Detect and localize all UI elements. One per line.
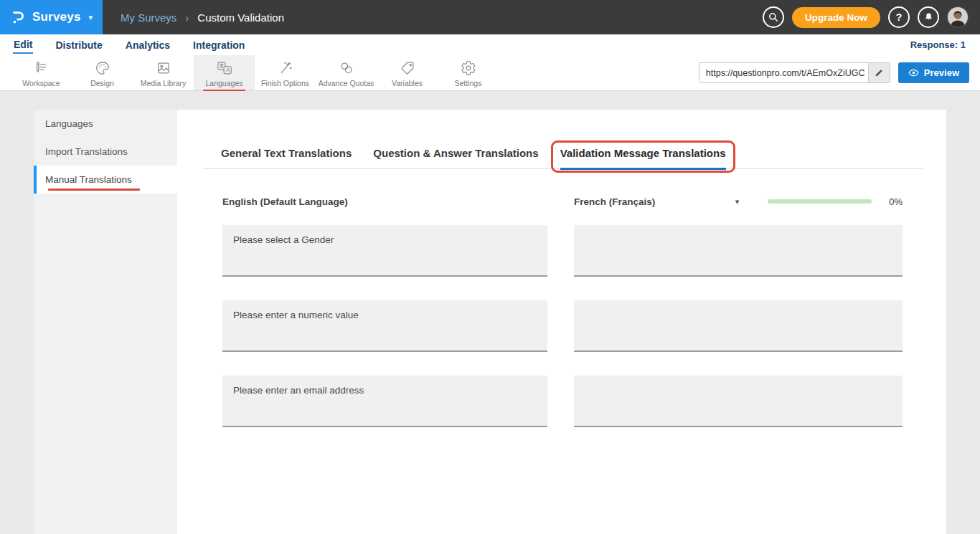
bell-icon — [923, 11, 934, 23]
sidebar-item-label: Manual Translations — [45, 174, 132, 185]
languages-icon: A — [216, 60, 233, 76]
surveys-product-menu[interactable]: Surveys ▾ — [0, 0, 103, 34]
toolbar-item-variables[interactable]: Variables — [377, 55, 438, 90]
toolbar-item-label: Media Library — [141, 79, 187, 87]
survey-url-value[interactable]: https://questionpro.com/t/AEmOxZiUGC — [699, 63, 868, 82]
toolbar-item-label: Design — [90, 79, 114, 87]
finish-options-icon — [278, 60, 293, 76]
annotation-underline-manual-translations — [48, 189, 140, 191]
pencil-icon — [875, 68, 884, 77]
tab-distribute[interactable]: Distribute — [55, 37, 103, 53]
sidebar-item-import-translations[interactable]: Import Translations — [34, 138, 177, 166]
source-text-gender: Please select a Gender — [222, 225, 547, 277]
svg-text:A: A — [226, 67, 230, 73]
translation-tabs: General Text Translations Question & Ans… — [203, 147, 923, 169]
translations-sidebar: Languages Import Translations Manual Tra… — [34, 110, 177, 534]
toolbar-item-label: Variables — [392, 79, 423, 87]
toolbar-item-advance-quotas[interactable]: Advance Quotas — [316, 55, 377, 90]
edit-url-button[interactable] — [868, 63, 890, 82]
toolbar-item-languages[interactable]: A Languages — [194, 55, 255, 90]
toolbar-item-design[interactable]: Design — [72, 55, 133, 90]
tab-general-text-translations[interactable]: General Text Translations — [221, 147, 352, 168]
help-button[interactable]: ? — [888, 6, 910, 28]
chevron-down-icon: ▾ — [89, 13, 93, 22]
workspace-icon — [34, 60, 50, 76]
top-app-bar: Surveys ▾ My Surveys › Custom Validation… — [0, 0, 980, 34]
tab-integration[interactable]: Integration — [192, 37, 245, 53]
variables-icon — [400, 60, 415, 76]
survey-section-nav: Edit Distribute Analytics Integration Re… — [0, 34, 980, 55]
avatar[interactable] — [947, 6, 969, 28]
edit-toolbar: Workspace Design Media Library — [0, 55, 980, 91]
toolbar-item-label: Finish Options — [261, 79, 309, 87]
breadcrumb: My Surveys › Custom Validation — [121, 11, 284, 24]
sidebar-item-label: Languages — [45, 118, 93, 129]
advance-quotas-icon — [339, 60, 354, 76]
sidebar-item-label: Import Translations — [45, 146, 128, 157]
toolbar-item-media-library[interactable]: Media Library — [133, 55, 194, 90]
chevron-down-icon[interactable]: ▾ — [735, 197, 740, 206]
toolbar-item-label: Advance Quotas — [319, 79, 374, 87]
manual-translations-panel: General Text Translations Question & Ans… — [177, 110, 946, 534]
preview-label: Preview — [924, 67, 959, 78]
tab-validation-message-translations[interactable]: Validation Message Translations — [560, 147, 726, 170]
sidebar-item-manual-translations[interactable]: Manual Translations — [34, 166, 177, 194]
source-text-email: Please enter an email address — [222, 376, 547, 427]
translation-row: Please enter an email address — [222, 376, 946, 427]
target-text-input-email[interactable] — [574, 376, 903, 427]
target-language-selector[interactable]: French (Français) — [574, 196, 655, 207]
response-count: Response: 1 — [910, 39, 966, 50]
settings-gear-icon — [461, 60, 476, 76]
questionpro-logo-icon — [11, 9, 26, 26]
translation-row: Please enter a numeric value — [222, 300, 946, 352]
app-root: { "topbar": { "product_label": "Surveys"… — [0, 0, 980, 534]
upgrade-now-button[interactable]: Upgrade Now — [792, 7, 880, 28]
toolbar-item-label: Settings — [455, 79, 482, 87]
target-text-input-numeric[interactable] — [574, 300, 903, 352]
search-icon — [768, 11, 779, 23]
target-text-input-gender[interactable] — [574, 225, 903, 277]
toolbar-item-label: Languages — [206, 79, 243, 87]
search-button[interactable] — [763, 6, 784, 28]
tab-edit[interactable]: Edit — [13, 37, 33, 54]
topbar-actions: Upgrade Now ? — [763, 6, 980, 28]
toolbar-item-finish-options[interactable]: Finish Options — [255, 55, 316, 90]
media-library-icon — [156, 60, 171, 76]
toolbar-right-actions: https://questionpro.com/t/AEmOxZiUGC Pre… — [699, 62, 969, 83]
tab-question-answer-translations[interactable]: Question & Answer Translations — [373, 147, 538, 168]
tab-analytics[interactable]: Analytics — [125, 37, 171, 53]
preview-button[interactable]: Preview — [898, 62, 969, 83]
eye-icon — [908, 69, 919, 77]
page-title: Custom Validation — [197, 11, 284, 24]
translation-rows: Please select a Gender Please enter a nu… — [222, 225, 946, 427]
toolbar-item-workspace[interactable]: Workspace — [11, 55, 72, 90]
translation-grid-header: English (Default Language) French (Franç… — [222, 195, 946, 208]
product-label: Surveys — [32, 10, 81, 24]
sidebar-item-languages[interactable]: Languages — [34, 110, 177, 138]
survey-url-field[interactable]: https://questionpro.com/t/AEmOxZiUGC — [699, 62, 890, 83]
breadcrumb-my-surveys-link[interactable]: My Surveys — [121, 11, 176, 24]
question-mark-icon: ? — [896, 11, 903, 23]
translation-row: Please select a Gender — [222, 225, 946, 277]
translation-progress-bar — [768, 199, 872, 204]
breadcrumb-separator: › — [185, 11, 189, 24]
notifications-button[interactable] — [918, 6, 939, 28]
translation-progress-percent: 0% — [889, 196, 903, 207]
source-text-numeric: Please enter a numeric value — [222, 300, 547, 352]
toolbar-item-label: Workspace — [22, 79, 60, 87]
toolbar-item-settings[interactable]: Settings — [438, 55, 499, 90]
design-icon — [95, 60, 110, 76]
tab-label: Validation Message Translations — [560, 147, 726, 159]
main-area: Languages Import Translations Manual Tra… — [0, 91, 980, 534]
source-language-header: English (Default Language) — [222, 196, 348, 207]
